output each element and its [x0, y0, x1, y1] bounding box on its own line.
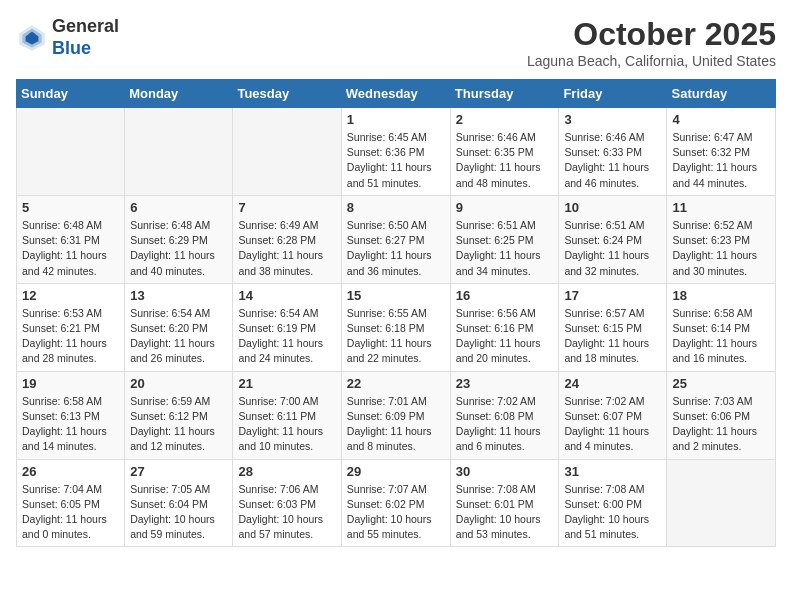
day-number: 17: [564, 288, 661, 303]
day-number: 22: [347, 376, 445, 391]
page-header: General Blue October 2025 Laguna Beach, …: [16, 16, 776, 69]
day-info: Sunrise: 7:08 AMSunset: 6:00 PMDaylight:…: [564, 482, 661, 543]
calendar-cell: 26 Sunrise: 7:04 AMSunset: 6:05 PMDaylig…: [17, 459, 125, 547]
calendar-cell: 5 Sunrise: 6:48 AMSunset: 6:31 PMDayligh…: [17, 195, 125, 283]
day-info: Sunrise: 6:51 AMSunset: 6:24 PMDaylight:…: [564, 218, 661, 279]
logo: General Blue: [16, 16, 119, 59]
day-number: 30: [456, 464, 554, 479]
day-header-friday: Friday: [559, 80, 667, 108]
day-number: 24: [564, 376, 661, 391]
calendar-cell: 19 Sunrise: 6:58 AMSunset: 6:13 PMDaylig…: [17, 371, 125, 459]
day-number: 19: [22, 376, 119, 391]
day-number: 5: [22, 200, 119, 215]
day-info: Sunrise: 7:06 AMSunset: 6:03 PMDaylight:…: [238, 482, 335, 543]
calendar-cell: 14 Sunrise: 6:54 AMSunset: 6:19 PMDaylig…: [233, 283, 341, 371]
calendar-cell: 21 Sunrise: 7:00 AMSunset: 6:11 PMDaylig…: [233, 371, 341, 459]
day-info: Sunrise: 7:05 AMSunset: 6:04 PMDaylight:…: [130, 482, 227, 543]
day-number: 11: [672, 200, 770, 215]
calendar-cell: 8 Sunrise: 6:50 AMSunset: 6:27 PMDayligh…: [341, 195, 450, 283]
calendar-cell: 11 Sunrise: 6:52 AMSunset: 6:23 PMDaylig…: [667, 195, 776, 283]
day-number: 2: [456, 112, 554, 127]
day-info: Sunrise: 6:53 AMSunset: 6:21 PMDaylight:…: [22, 306, 119, 367]
day-number: 21: [238, 376, 335, 391]
location: Laguna Beach, California, United States: [527, 53, 776, 69]
calendar-header-row: SundayMondayTuesdayWednesdayThursdayFrid…: [17, 80, 776, 108]
day-number: 3: [564, 112, 661, 127]
calendar-cell: [17, 108, 125, 196]
day-info: Sunrise: 6:54 AMSunset: 6:19 PMDaylight:…: [238, 306, 335, 367]
calendar-week-row: 19 Sunrise: 6:58 AMSunset: 6:13 PMDaylig…: [17, 371, 776, 459]
day-number: 31: [564, 464, 661, 479]
day-number: 1: [347, 112, 445, 127]
calendar-cell: 3 Sunrise: 6:46 AMSunset: 6:33 PMDayligh…: [559, 108, 667, 196]
calendar-cell: 18 Sunrise: 6:58 AMSunset: 6:14 PMDaylig…: [667, 283, 776, 371]
day-number: 16: [456, 288, 554, 303]
calendar-week-row: 5 Sunrise: 6:48 AMSunset: 6:31 PMDayligh…: [17, 195, 776, 283]
day-number: 18: [672, 288, 770, 303]
day-info: Sunrise: 6:57 AMSunset: 6:15 PMDaylight:…: [564, 306, 661, 367]
day-info: Sunrise: 6:58 AMSunset: 6:13 PMDaylight:…: [22, 394, 119, 455]
day-info: Sunrise: 7:02 AMSunset: 6:08 PMDaylight:…: [456, 394, 554, 455]
calendar-cell: [667, 459, 776, 547]
calendar-cell: 2 Sunrise: 6:46 AMSunset: 6:35 PMDayligh…: [450, 108, 559, 196]
logo-text: General Blue: [52, 16, 119, 59]
day-number: 25: [672, 376, 770, 391]
day-info: Sunrise: 6:48 AMSunset: 6:29 PMDaylight:…: [130, 218, 227, 279]
day-number: 4: [672, 112, 770, 127]
day-number: 10: [564, 200, 661, 215]
day-info: Sunrise: 6:46 AMSunset: 6:33 PMDaylight:…: [564, 130, 661, 191]
day-number: 14: [238, 288, 335, 303]
day-info: Sunrise: 6:45 AMSunset: 6:36 PMDaylight:…: [347, 130, 445, 191]
day-info: Sunrise: 6:49 AMSunset: 6:28 PMDaylight:…: [238, 218, 335, 279]
day-header-saturday: Saturday: [667, 80, 776, 108]
day-number: 26: [22, 464, 119, 479]
day-info: Sunrise: 6:52 AMSunset: 6:23 PMDaylight:…: [672, 218, 770, 279]
calendar-cell: 7 Sunrise: 6:49 AMSunset: 6:28 PMDayligh…: [233, 195, 341, 283]
day-number: 29: [347, 464, 445, 479]
day-number: 27: [130, 464, 227, 479]
logo-general: General: [52, 16, 119, 36]
day-info: Sunrise: 7:08 AMSunset: 6:01 PMDaylight:…: [456, 482, 554, 543]
calendar-cell: 29 Sunrise: 7:07 AMSunset: 6:02 PMDaylig…: [341, 459, 450, 547]
day-number: 8: [347, 200, 445, 215]
day-number: 28: [238, 464, 335, 479]
calendar-cell: [233, 108, 341, 196]
day-info: Sunrise: 6:54 AMSunset: 6:20 PMDaylight:…: [130, 306, 227, 367]
day-info: Sunrise: 6:56 AMSunset: 6:16 PMDaylight:…: [456, 306, 554, 367]
day-info: Sunrise: 6:50 AMSunset: 6:27 PMDaylight:…: [347, 218, 445, 279]
day-info: Sunrise: 6:58 AMSunset: 6:14 PMDaylight:…: [672, 306, 770, 367]
calendar-cell: 24 Sunrise: 7:02 AMSunset: 6:07 PMDaylig…: [559, 371, 667, 459]
day-info: Sunrise: 7:01 AMSunset: 6:09 PMDaylight:…: [347, 394, 445, 455]
day-number: 15: [347, 288, 445, 303]
month-title: October 2025: [527, 16, 776, 53]
day-number: 7: [238, 200, 335, 215]
calendar-week-row: 26 Sunrise: 7:04 AMSunset: 6:05 PMDaylig…: [17, 459, 776, 547]
day-info: Sunrise: 6:46 AMSunset: 6:35 PMDaylight:…: [456, 130, 554, 191]
calendar-cell: 22 Sunrise: 7:01 AMSunset: 6:09 PMDaylig…: [341, 371, 450, 459]
calendar-cell: 23 Sunrise: 7:02 AMSunset: 6:08 PMDaylig…: [450, 371, 559, 459]
calendar-cell: 31 Sunrise: 7:08 AMSunset: 6:00 PMDaylig…: [559, 459, 667, 547]
day-info: Sunrise: 7:03 AMSunset: 6:06 PMDaylight:…: [672, 394, 770, 455]
day-number: 13: [130, 288, 227, 303]
day-info: Sunrise: 7:02 AMSunset: 6:07 PMDaylight:…: [564, 394, 661, 455]
calendar-cell: 28 Sunrise: 7:06 AMSunset: 6:03 PMDaylig…: [233, 459, 341, 547]
day-info: Sunrise: 7:07 AMSunset: 6:02 PMDaylight:…: [347, 482, 445, 543]
calendar-cell: 12 Sunrise: 6:53 AMSunset: 6:21 PMDaylig…: [17, 283, 125, 371]
calendar-cell: 25 Sunrise: 7:03 AMSunset: 6:06 PMDaylig…: [667, 371, 776, 459]
calendar-cell: 4 Sunrise: 6:47 AMSunset: 6:32 PMDayligh…: [667, 108, 776, 196]
day-info: Sunrise: 6:51 AMSunset: 6:25 PMDaylight:…: [456, 218, 554, 279]
calendar-week-row: 12 Sunrise: 6:53 AMSunset: 6:21 PMDaylig…: [17, 283, 776, 371]
calendar-cell: 17 Sunrise: 6:57 AMSunset: 6:15 PMDaylig…: [559, 283, 667, 371]
logo-icon: [16, 22, 48, 54]
day-info: Sunrise: 6:59 AMSunset: 6:12 PMDaylight:…: [130, 394, 227, 455]
day-header-sunday: Sunday: [17, 80, 125, 108]
day-number: 23: [456, 376, 554, 391]
calendar-cell: 27 Sunrise: 7:05 AMSunset: 6:04 PMDaylig…: [125, 459, 233, 547]
calendar-cell: 1 Sunrise: 6:45 AMSunset: 6:36 PMDayligh…: [341, 108, 450, 196]
day-header-wednesday: Wednesday: [341, 80, 450, 108]
calendar-cell: 10 Sunrise: 6:51 AMSunset: 6:24 PMDaylig…: [559, 195, 667, 283]
day-number: 20: [130, 376, 227, 391]
day-number: 12: [22, 288, 119, 303]
calendar-cell: 13 Sunrise: 6:54 AMSunset: 6:20 PMDaylig…: [125, 283, 233, 371]
day-info: Sunrise: 6:48 AMSunset: 6:31 PMDaylight:…: [22, 218, 119, 279]
